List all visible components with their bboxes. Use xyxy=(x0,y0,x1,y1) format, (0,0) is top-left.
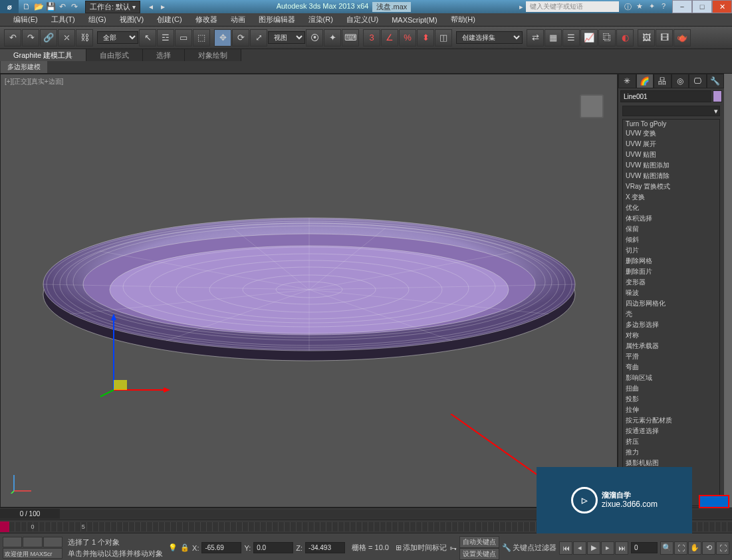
ex-icon[interactable]: ✦ xyxy=(647,2,656,12)
modifier-item[interactable]: VRay 置换模式 xyxy=(623,181,719,192)
max-toggle[interactable]: ⛶ xyxy=(716,541,729,555)
next-icon[interactable]: ▸ xyxy=(158,1,168,12)
modifier-item[interactable]: 挤压 xyxy=(623,436,719,447)
maximize-button[interactable]: □ xyxy=(692,0,712,13)
goto-start[interactable]: ⏮ xyxy=(559,541,572,555)
link-button[interactable]: 🔗 xyxy=(40,29,57,47)
next-title-icon[interactable]: ▸ xyxy=(517,3,526,11)
modifier-item[interactable]: 多边形选择 xyxy=(623,320,719,330)
modifier-item[interactable]: 按元素分配材质 xyxy=(623,415,719,426)
track-key-icon[interactable] xyxy=(0,521,9,532)
lock-icon[interactable]: 💡 xyxy=(168,543,178,552)
modifier-item[interactable]: 优化 xyxy=(623,203,719,213)
tab-motion[interactable]: ◎ xyxy=(671,74,689,88)
menu-rendering[interactable]: 渲染(R) xyxy=(302,13,340,26)
manip-button[interactable]: ✦ xyxy=(324,29,341,47)
layers-button[interactable]: ☰ xyxy=(562,29,580,47)
snap-toggle[interactable]: 3 xyxy=(363,29,380,47)
select-button[interactable]: ↖ xyxy=(139,29,156,47)
menu-help[interactable]: 帮助(H) xyxy=(444,13,482,26)
named-sel-set[interactable]: 创建选择集 xyxy=(456,31,523,44)
object-color-swatch[interactable] xyxy=(713,90,722,102)
app-icon[interactable]: ⌀ xyxy=(0,0,19,13)
move-button[interactable]: ✥ xyxy=(214,29,231,47)
modifier-item[interactable]: 噪波 xyxy=(623,288,719,298)
modifier-item[interactable]: 影响区域 xyxy=(623,373,719,383)
frame-display[interactable]: 0 / 100 xyxy=(0,509,60,519)
ribbon-tab-selection[interactable]: 选择 xyxy=(143,49,185,61)
keymode-button[interactable]: ⌨ xyxy=(342,29,359,47)
modifier-item[interactable]: 保留 xyxy=(623,224,719,234)
edged-faces[interactable]: ◫ xyxy=(435,29,452,47)
redo-icon[interactable]: ↷ xyxy=(69,1,80,12)
undo-icon[interactable]: ↶ xyxy=(57,1,68,12)
modifier-item[interactable]: 投影 xyxy=(623,394,719,405)
menu-edit[interactable]: 编辑(E) xyxy=(7,13,45,26)
prev-frame[interactable]: ◂ xyxy=(573,541,586,555)
menu-grapheditors[interactable]: 图形编辑器 xyxy=(252,13,302,26)
viewcube[interactable] xyxy=(580,94,604,118)
ribbon-panel-polymodel[interactable]: 多边形建模 xyxy=(1,61,47,73)
modifier-item[interactable]: 按通道选择 xyxy=(623,426,719,436)
x-field[interactable] xyxy=(201,542,241,553)
key-icon[interactable]: 🗝 xyxy=(449,544,457,552)
ref-coord[interactable]: 视图 xyxy=(268,31,305,44)
schematic-button[interactable]: ⿻ xyxy=(598,29,616,47)
viewport[interactable]: [+][正交][真实+边面] xyxy=(0,74,618,508)
mirror-button[interactable]: ⇄ xyxy=(527,29,544,47)
unlink-button[interactable]: ⤫ xyxy=(58,29,75,47)
next-frame[interactable]: ▸ xyxy=(601,541,614,555)
selection-filter[interactable]: 全部 xyxy=(97,31,138,44)
pan-button[interactable]: ✋ xyxy=(688,541,701,555)
autokey-button[interactable]: 自动关键点 xyxy=(459,536,499,548)
modifier-item[interactable]: Turn To gPoly xyxy=(623,120,719,128)
material-editor-button[interactable]: ◐ xyxy=(616,29,634,47)
curve-editor-button[interactable]: 📈 xyxy=(580,29,598,47)
modifier-item[interactable]: 属性承载器 xyxy=(623,341,719,351)
modifier-item[interactable]: UVW 贴图 xyxy=(623,149,719,160)
modifier-list-dropdown[interactable]: ▾ xyxy=(622,106,720,116)
modifier-list[interactable]: Turn To gPolyUVW 变换UVW 展开UVW 贴图UVW 贴图添加U… xyxy=(622,119,720,506)
modifier-item[interactable]: 删除面片 xyxy=(623,266,719,277)
tab-hierarchy[interactable]: 品 xyxy=(654,74,671,88)
window-cross-button[interactable]: ⬚ xyxy=(193,29,210,47)
tab-utilities[interactable]: 🔧 xyxy=(707,74,725,88)
sb-1[interactable] xyxy=(3,537,22,547)
open-icon[interactable]: 📂 xyxy=(33,1,44,12)
info-icon[interactable]: ⓘ xyxy=(623,2,632,12)
spinner-snap[interactable]: ⬍ xyxy=(417,29,434,47)
undo-button[interactable]: ↶ xyxy=(4,29,21,47)
modifier-item[interactable]: UVW 贴图添加 xyxy=(623,160,719,171)
z-field[interactable] xyxy=(305,542,345,553)
star-icon[interactable]: ★ xyxy=(635,2,644,12)
render-setup-button[interactable]: 🖼 xyxy=(638,29,655,47)
close-button[interactable]: ✕ xyxy=(712,0,732,13)
render-frame-button[interactable]: 🎞 xyxy=(656,29,673,47)
modifier-item[interactable]: 四边形网格化 xyxy=(623,298,719,309)
setkey-button[interactable]: 设置关键点 xyxy=(459,548,499,560)
sb-2[interactable] xyxy=(23,537,42,547)
maxscript-mini[interactable]: 欢迎使用 MAXScr xyxy=(3,548,62,559)
bind-button[interactable]: ⛓ xyxy=(76,29,93,47)
move-gizmo[interactable] xyxy=(97,307,177,400)
tab-display[interactable]: 🖵 xyxy=(689,74,707,88)
modifier-item[interactable]: 对称 xyxy=(623,330,719,341)
menu-views[interactable]: 视图(V) xyxy=(113,13,151,26)
render-button[interactable]: 🫖 xyxy=(673,29,691,47)
y-field[interactable] xyxy=(253,542,293,553)
menu-maxscript[interactable]: MAXScript(M) xyxy=(385,15,443,25)
modifier-item[interactable]: X 变换 xyxy=(623,192,719,203)
search-input[interactable]: 键入关键字或短语 xyxy=(526,1,619,12)
object-name-field[interactable] xyxy=(620,90,711,102)
menu-animation[interactable]: 动画 xyxy=(224,13,252,26)
menu-modifiers[interactable]: 修改器 xyxy=(189,13,224,26)
modifier-item[interactable]: 平滑 xyxy=(623,351,719,362)
select-name-button[interactable]: ☲ xyxy=(157,29,174,47)
viewport-label[interactable]: [+][正交][真实+边面] xyxy=(5,77,63,86)
current-frame-field[interactable] xyxy=(631,542,658,553)
align-button[interactable]: ▦ xyxy=(545,29,562,47)
sb-3[interactable] xyxy=(43,537,62,547)
play-button[interactable]: ▶ xyxy=(587,541,600,555)
ribbon-tab-graphite[interactable]: Graphite 建模工具 xyxy=(0,49,86,61)
new-icon[interactable]: 🗋 xyxy=(21,1,32,12)
